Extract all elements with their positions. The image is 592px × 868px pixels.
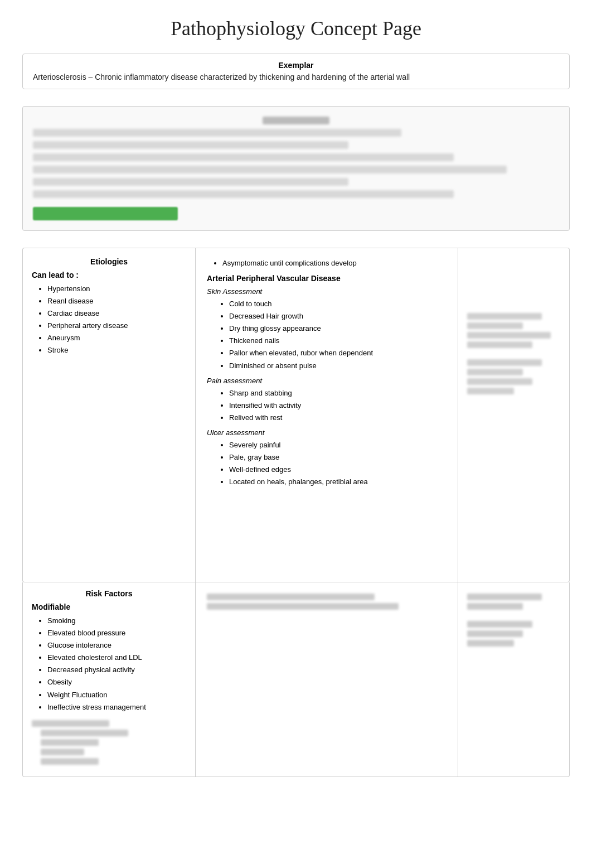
bottom-middle-column	[195, 582, 458, 777]
can-lead-to-label: Can lead to :	[32, 271, 186, 279]
blur-right-4	[467, 341, 532, 348]
exemplar-label: Exemplar	[33, 61, 559, 70]
exemplar-text: Arteriosclerosis – Chronic inflammatory …	[33, 73, 410, 81]
list-item: Relived with rest	[229, 412, 447, 424]
blur-title	[263, 117, 329, 124]
right-blur-block	[467, 313, 560, 394]
list-item: Aneurysm	[47, 332, 186, 344]
blur-right-1	[467, 313, 542, 320]
page-title: Pathophysiology Concept Page	[22, 17, 570, 40]
blur-line-4	[33, 166, 507, 173]
green-bar	[33, 207, 178, 220]
pain-assessment-list: Sharp and stabbing Intensified with acti…	[207, 387, 447, 424]
list-item: Elevated cholesterol and LDL	[47, 652, 186, 664]
blur-right-bottom-5	[467, 640, 514, 647]
blur-line-3	[33, 153, 454, 161]
list-item: Smoking	[47, 615, 186, 627]
blur-right-2	[467, 322, 523, 329]
list-item: Dry thing glossy appearance	[229, 322, 447, 335]
list-item: Cold to touch	[229, 298, 447, 310]
blur-right-bottom-3	[467, 621, 532, 628]
arterial-heading: Arterial Peripheral Vascular Disease	[207, 274, 447, 283]
risk-factors-heading: Risk Factors	[32, 589, 186, 598]
main-content-grid: Etiologies Can lead to : Hypertension Re…	[22, 248, 570, 582]
list-item: Thickened nails	[229, 335, 447, 347]
blur-nonmod-label	[32, 720, 109, 727]
blur-right-bottom-2	[467, 603, 523, 610]
list-item: Stroke	[47, 344, 186, 356]
risk-factors-column: Risk Factors Modifiable Smoking Elevated…	[22, 582, 195, 777]
blur-nonmod-1	[41, 730, 128, 736]
blurred-content-section	[22, 106, 570, 231]
etiologies-heading: Etiologies	[32, 257, 186, 266]
list-item: Reanl disease	[47, 295, 186, 307]
list-item: Elevated blood pressure	[47, 627, 186, 639]
pain-assessment-label: Pain assessment	[207, 377, 447, 385]
list-item: Decreased Hair growth	[229, 310, 447, 322]
blur-line-1	[33, 129, 401, 137]
blur-right-6	[467, 369, 523, 375]
bottom-right-column	[458, 582, 570, 777]
blur-nonmod-4	[41, 758, 99, 765]
list-item: Decreased physical activity	[47, 664, 186, 676]
blur-right-5	[467, 359, 542, 366]
list-item: Pale, gray base	[229, 451, 447, 464]
blur-line-6	[33, 190, 454, 198]
list-item: Pallor when elevated, rubor when depende…	[229, 347, 447, 359]
asymptomatic-item: Asymptomatic until complications develop	[222, 257, 447, 269]
etiologies-list: Hypertension Reanl disease Cardiac disea…	[32, 283, 186, 357]
list-item: Diminished or absent pulse	[229, 360, 447, 372]
list-item: Weight Fluctuation	[47, 689, 186, 701]
list-item: Hypertension	[47, 283, 186, 295]
list-item: Obesity	[47, 676, 186, 688]
list-item: Ineffective stress management	[47, 701, 186, 713]
list-item: Glucose intolerance	[47, 639, 186, 652]
blur-right-bottom-4	[467, 630, 523, 637]
blur-right-8	[467, 388, 514, 394]
list-item: Well-defined edges	[229, 464, 447, 476]
bottom-section: Risk Factors Modifiable Smoking Elevated…	[22, 582, 570, 777]
blur-mid-1	[207, 594, 375, 600]
blur-nonmod-3	[41, 749, 84, 755]
modifiable-list: Smoking Elevated blood pressure Glucose …	[32, 615, 186, 713]
list-item: Peripheral artery disease	[47, 320, 186, 332]
right-column-top	[458, 248, 570, 582]
blur-right-7	[467, 378, 532, 385]
modifiable-label: Modifiable	[32, 602, 186, 611]
ulcer-assessment-list: Severely painful Pale, gray base Well-de…	[207, 439, 447, 488]
exemplar-box: Exemplar Arteriosclerosis – Chronic infl…	[22, 54, 570, 89]
list-item: Severely painful	[229, 439, 447, 451]
list-item: Intensified with activity	[229, 399, 447, 412]
blur-mid-2	[207, 603, 399, 610]
etiologies-column: Etiologies Can lead to : Hypertension Re…	[22, 248, 195, 582]
list-item: Located on heals, phalanges, pretibial a…	[229, 476, 447, 488]
blur-line-2	[33, 141, 348, 149]
list-item: Cardiac disease	[47, 307, 186, 320]
list-item: Sharp and stabbing	[229, 387, 447, 399]
skin-assessment-label: Skin Assessment	[207, 287, 447, 296]
blur-right-3	[467, 332, 551, 339]
ulcer-assessment-label: Ulcer assessment	[207, 428, 447, 437]
assessment-column: Asymptomatic until complications develop…	[195, 248, 458, 582]
asymptomatic-list: Asymptomatic until complications develop	[207, 257, 447, 269]
blur-nonmod-2	[41, 739, 99, 746]
skin-assessment-list: Cold to touch Decreased Hair growth Dry …	[207, 298, 447, 372]
blur-right-bottom-1	[467, 594, 542, 600]
blur-line-5	[33, 178, 348, 186]
